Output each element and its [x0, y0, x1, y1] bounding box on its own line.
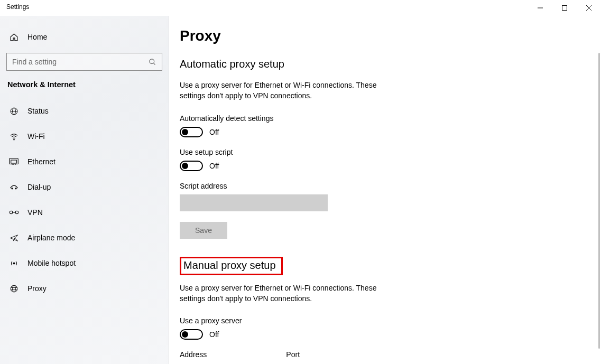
manual-section-heading: Manual proxy setup	[183, 259, 276, 271]
sidebar-item-label: Proxy	[27, 284, 47, 293]
sidebar-item-airplane[interactable]: Airplane mode	[0, 225, 169, 250]
svg-point-16	[15, 188, 16, 189]
setup-script-state: Off	[209, 162, 219, 170]
ethernet-icon	[8, 158, 19, 165]
svg-point-18	[15, 211, 18, 213]
svg-point-17	[10, 211, 12, 213]
hotspot-icon	[8, 259, 19, 268]
sidebar-item-label: Status	[27, 107, 49, 115]
svg-point-22	[12, 285, 15, 292]
svg-point-15	[11, 188, 12, 189]
save-button[interactable]: Save	[180, 222, 227, 239]
sidebar-item-label: Airplane mode	[27, 234, 75, 242]
setup-script-label: Use setup script	[180, 148, 444, 156]
sidebar-item-wifi[interactable]: Wi-Fi	[0, 124, 169, 149]
svg-point-20	[13, 263, 15, 264]
port-label: Port	[286, 350, 300, 359]
scrollbar[interactable]	[598, 53, 600, 349]
auto-detect-label: Automatically detect settings	[180, 114, 444, 123]
maximize-icon	[562, 5, 567, 11]
svg-point-9	[13, 139, 14, 139]
home-icon	[8, 33, 19, 42]
svg-rect-1	[562, 6, 567, 11]
sidebar-item-vpn[interactable]: VPN	[0, 200, 169, 225]
use-proxy-toggle[interactable]	[180, 329, 203, 340]
search-icon	[149, 58, 156, 66]
script-address-input[interactable]	[180, 194, 328, 211]
sidebar-home[interactable]: Home	[0, 26, 169, 48]
address-label: Address	[180, 350, 207, 359]
sidebar-item-label: Ethernet	[27, 157, 56, 166]
sidebar-item-label: Wi-Fi	[27, 132, 45, 141]
use-proxy-label: Use a proxy server	[180, 316, 444, 325]
window-controls	[528, 0, 601, 16]
main-content: Proxy Automatic proxy setup Use a proxy …	[169, 16, 601, 364]
auto-section-heading: Automatic proxy setup	[180, 58, 444, 70]
close-icon	[586, 5, 591, 11]
svg-rect-11	[11, 160, 17, 163]
close-button[interactable]	[577, 0, 601, 16]
proxy-icon	[8, 284, 19, 293]
sidebar-item-dialup[interactable]: Dial-up	[0, 174, 169, 200]
search-input[interactable]	[12, 58, 149, 66]
window-title: Settings	[0, 0, 29, 11]
svg-line-5	[153, 63, 155, 64]
manual-section-heading-highlight: Manual proxy setup	[180, 257, 283, 275]
airplane-icon	[8, 234, 19, 242]
sidebar-home-label: Home	[27, 33, 47, 41]
dialup-icon	[8, 183, 19, 191]
globe-icon	[8, 107, 19, 116]
sidebar-category: Network & Internet	[0, 80, 169, 95]
maximize-button[interactable]	[552, 0, 577, 16]
wifi-icon	[8, 132, 19, 141]
use-proxy-state: Off	[209, 330, 219, 339]
page-title: Proxy	[180, 27, 444, 44]
sidebar-item-ethernet[interactable]: Ethernet	[0, 149, 169, 174]
minimize-button[interactable]	[528, 0, 552, 16]
auto-detect-toggle[interactable]	[180, 127, 203, 137]
auto-detect-state: Off	[209, 128, 219, 136]
auto-section-desc: Use a proxy server for Ethernet or Wi-Fi…	[180, 80, 402, 101]
title-bar: Settings	[0, 0, 601, 16]
sidebar-item-label: Dial-up	[27, 183, 51, 191]
sidebar: Home Network & Internet Status Wi-Fi	[0, 16, 169, 364]
manual-section-desc: Use a proxy server for Ethernet or Wi-Fi…	[180, 283, 402, 304]
svg-point-4	[150, 59, 154, 63]
svg-point-21	[11, 285, 17, 292]
sidebar-item-proxy[interactable]: Proxy	[0, 276, 169, 301]
vpn-icon	[8, 209, 19, 216]
sidebar-item-status[interactable]: Status	[0, 98, 169, 124]
search-input-container[interactable]	[6, 53, 162, 71]
setup-script-toggle[interactable]	[180, 161, 203, 171]
sidebar-item-hotspot[interactable]: Mobile hotspot	[0, 250, 169, 276]
sidebar-item-label: VPN	[27, 208, 43, 217]
sidebar-item-label: Mobile hotspot	[27, 259, 76, 267]
script-address-label: Script address	[180, 182, 444, 190]
minimize-icon	[538, 5, 543, 11]
